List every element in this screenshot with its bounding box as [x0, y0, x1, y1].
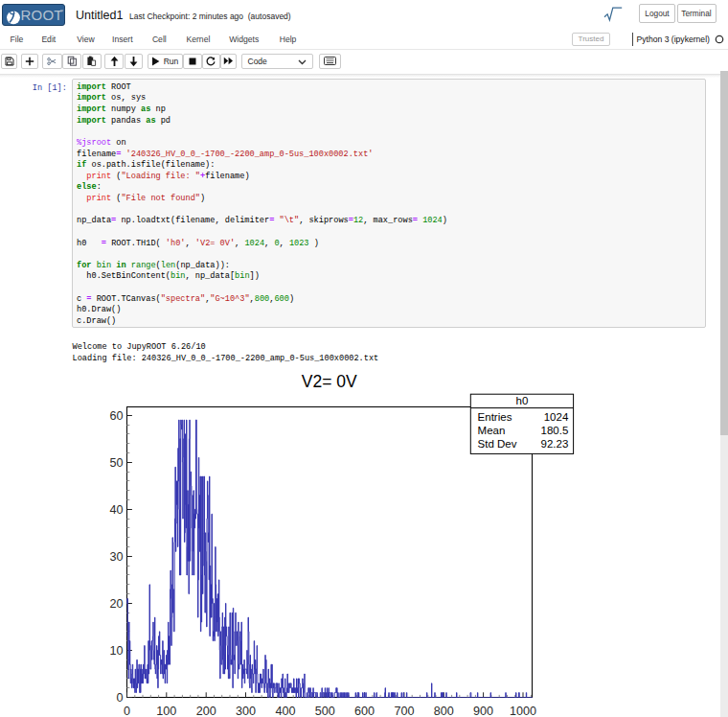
svg-text:30: 30 — [109, 550, 123, 564]
svg-text:1024: 1024 — [544, 411, 569, 423]
svg-text:700: 700 — [394, 705, 414, 717]
svg-text:0: 0 — [124, 705, 130, 717]
svg-text:10: 10 — [109, 644, 123, 658]
svg-text:180.5: 180.5 — [541, 425, 569, 436]
svg-text:300: 300 — [236, 705, 256, 717]
svg-text:Entries: Entries — [478, 411, 515, 423]
svg-text:Std Dev: Std Dev — [478, 438, 520, 450]
svg-text:V2= 0V: V2= 0V — [302, 372, 357, 391]
svg-text:60: 60 — [109, 409, 123, 423]
svg-text:600: 600 — [354, 705, 375, 717]
svg-text:100: 100 — [156, 705, 176, 717]
svg-text:ROOT: ROOT — [21, 7, 63, 23]
svg-text:50: 50 — [109, 456, 123, 470]
svg-text:40: 40 — [109, 503, 123, 517]
svg-text:200: 200 — [196, 705, 216, 717]
svg-text:h0: h0 — [516, 395, 529, 406]
svg-text:400: 400 — [275, 705, 295, 717]
svg-text:1000: 1000 — [510, 705, 536, 717]
svg-text:92.23: 92.23 — [541, 438, 569, 450]
svg-text:20: 20 — [109, 597, 123, 611]
svg-text:0: 0 — [116, 691, 123, 705]
svg-text:500: 500 — [315, 705, 335, 717]
svg-text:900: 900 — [473, 705, 493, 717]
svg-text:Mean: Mean — [478, 425, 509, 436]
svg-text:800: 800 — [434, 705, 454, 717]
